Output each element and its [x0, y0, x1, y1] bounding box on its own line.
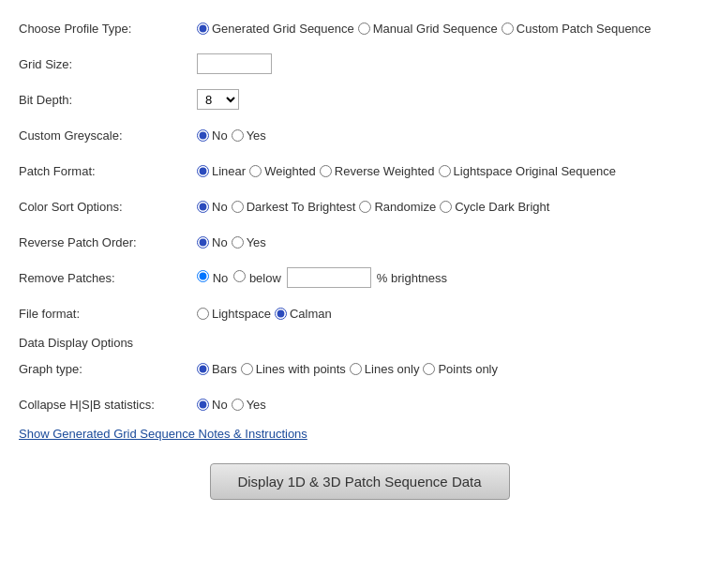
- remove-patches-below-radio[interactable]: [233, 270, 246, 282]
- graph-type-lines-points-label[interactable]: Lines with points: [241, 362, 346, 376]
- collapse-no-radio[interactable]: [197, 399, 209, 411]
- profile-type-generated-text: Generated Grid Sequence: [212, 22, 354, 36]
- greyscale-yes-radio[interactable]: [232, 129, 244, 142]
- color-sort-no-label[interactable]: No: [197, 200, 228, 214]
- notes-link-row: Show Generated Grid Sequence Notes & Ins…: [19, 427, 700, 441]
- greyscale-yes-label[interactable]: Yes: [232, 128, 266, 143]
- greyscale-no-radio[interactable]: [197, 129, 209, 142]
- graph-type-bars-label[interactable]: Bars: [197, 362, 237, 376]
- color-sort-no-text: No: [212, 200, 228, 214]
- patch-linear-text: Linear: [212, 164, 246, 178]
- profile-type-generated-label[interactable]: Generated Grid Sequence: [197, 22, 354, 36]
- remove-patches-percent-text: % brightness: [377, 271, 447, 285]
- color-sort-cycle-radio[interactable]: [440, 201, 452, 213]
- collapse-label: Collapse H|S|B statistics:: [19, 398, 197, 412]
- graph-type-lines-only-radio[interactable]: [350, 363, 362, 375]
- profile-type-manual-text: Manual Grid Sequence: [373, 22, 498, 36]
- patch-lightspace-label[interactable]: Lightspace Original Sequence: [439, 164, 616, 178]
- profile-type-manual-label[interactable]: Manual Grid Sequence: [358, 22, 498, 36]
- bit-depth-select[interactable]: 8 10 12 16: [197, 89, 239, 110]
- grid-size-row: Grid Size:: [19, 51, 700, 77]
- patch-weighted-label[interactable]: Weighted: [249, 164, 316, 178]
- patch-reverse-weighted-radio[interactable]: [320, 165, 332, 177]
- remove-patches-no-radio[interactable]: [197, 270, 209, 282]
- collapse-no-label[interactable]: No: [197, 398, 228, 412]
- display-button[interactable]: Display 1D & 3D Patch Sequence Data: [210, 463, 510, 500]
- profile-type-generated-radio[interactable]: [197, 23, 209, 35]
- profile-type-custom-radio[interactable]: [502, 23, 514, 35]
- file-format-row: File format: Lightspace Calman: [19, 300, 700, 326]
- patch-linear-radio[interactable]: [197, 165, 209, 177]
- notes-link[interactable]: Show Generated Grid Sequence Notes & Ins…: [19, 427, 307, 441]
- graph-type-row: Graph type: Bars Lines with points Lines…: [19, 355, 700, 382]
- grid-size-input[interactable]: [197, 53, 272, 74]
- file-format-calman-radio[interactable]: [275, 308, 287, 320]
- collapse-yes-text: Yes: [247, 398, 266, 412]
- file-format-lightspace-label[interactable]: Lightspace: [197, 307, 271, 321]
- remove-patches-value-input[interactable]: [287, 267, 371, 288]
- reverse-patch-no-text: No: [212, 235, 228, 249]
- collapse-row: Collapse H|S|B statistics: No Yes: [19, 391, 700, 417]
- graph-type-points-only-radio[interactable]: [423, 363, 435, 375]
- color-sort-cycle-text: Cycle Dark Bright: [455, 200, 549, 214]
- reverse-patch-yes-text: Yes: [247, 235, 266, 249]
- reverse-patch-yes-radio[interactable]: [232, 236, 244, 249]
- color-sort-cycle-label[interactable]: Cycle Dark Bright: [440, 200, 549, 214]
- file-format-controls: Lightspace Calman: [197, 307, 332, 321]
- patch-weighted-text: Weighted: [264, 164, 316, 178]
- file-format-calman-label[interactable]: Calman: [275, 307, 332, 321]
- remove-patches-controls: No below % brightness: [197, 267, 447, 288]
- color-sort-darkest-text: Darkest To Brightest: [247, 200, 356, 214]
- profile-type-manual-radio[interactable]: [358, 23, 370, 35]
- reverse-patch-no-label[interactable]: No: [197, 235, 228, 249]
- profile-type-label: Choose Profile Type:: [19, 22, 197, 36]
- patch-format-label: Patch Format:: [19, 164, 197, 178]
- collapse-yes-radio[interactable]: [232, 399, 244, 411]
- patch-format-controls: Linear Weighted Reverse Weighted Lightsp…: [197, 164, 616, 178]
- graph-type-lines-only-label[interactable]: Lines only: [350, 362, 420, 376]
- graph-type-lines-only-text: Lines only: [365, 362, 420, 376]
- graph-type-controls: Bars Lines with points Lines only Points…: [197, 362, 498, 376]
- remove-patches-no-label[interactable]: No: [197, 270, 228, 285]
- file-format-lightspace-radio[interactable]: [197, 308, 209, 320]
- collapse-controls: No Yes: [197, 398, 266, 412]
- patch-lightspace-text: Lightspace Original Sequence: [454, 164, 616, 178]
- remove-patches-row: Remove Patches: No below % brightness: [19, 264, 700, 291]
- color-sort-label: Color Sort Options:: [19, 200, 197, 214]
- graph-type-lines-points-radio[interactable]: [241, 363, 253, 375]
- collapse-yes-label[interactable]: Yes: [232, 398, 266, 412]
- profile-type-custom-label[interactable]: Custom Patch Sequence: [502, 22, 652, 36]
- reverse-patch-label: Reverse Patch Order:: [19, 235, 197, 249]
- color-sort-randomize-text: Randomize: [374, 200, 436, 214]
- color-sort-no-radio[interactable]: [197, 201, 209, 213]
- profile-type-controls: Generated Grid Sequence Manual Grid Sequ…: [197, 22, 652, 36]
- color-sort-randomize-radio[interactable]: [359, 201, 371, 213]
- color-sort-darkest-label[interactable]: Darkest To Brightest: [232, 200, 356, 214]
- reverse-patch-controls: No Yes: [197, 235, 266, 249]
- grid-size-controls: [197, 53, 272, 74]
- graph-type-bars-radio[interactable]: [197, 363, 209, 375]
- patch-weighted-radio[interactable]: [249, 165, 262, 177]
- grid-size-label: Grid Size:: [19, 57, 197, 71]
- reverse-patch-no-radio[interactable]: [197, 236, 209, 249]
- custom-greyscale-label: Custom Greyscale:: [19, 128, 197, 143]
- color-sort-randomize-label[interactable]: Randomize: [359, 200, 436, 214]
- remove-patches-below-text: below: [249, 271, 281, 285]
- collapse-no-text: No: [212, 398, 228, 412]
- reverse-patch-yes-label[interactable]: Yes: [232, 235, 266, 249]
- patch-reverse-weighted-text: Reverse Weighted: [335, 164, 435, 178]
- greyscale-no-label[interactable]: No: [197, 128, 228, 143]
- graph-type-points-only-label[interactable]: Points only: [423, 362, 498, 376]
- bit-depth-row: Bit Depth: 8 10 12 16: [19, 86, 700, 113]
- custom-greyscale-row: Custom Greyscale: No Yes: [19, 122, 700, 148]
- patch-linear-label[interactable]: Linear: [197, 164, 246, 178]
- bit-depth-label: Bit Depth:: [19, 93, 197, 107]
- file-format-lightspace-text: Lightspace: [212, 307, 271, 321]
- patch-lightspace-radio[interactable]: [439, 165, 451, 177]
- greyscale-no-text: No: [212, 128, 228, 143]
- remove-patches-below-label[interactable]: below: [233, 270, 281, 285]
- color-sort-darkest-radio[interactable]: [232, 201, 244, 213]
- profile-type-row: Choose Profile Type: Generated Grid Sequ…: [19, 15, 700, 41]
- graph-type-points-only-text: Points only: [438, 362, 498, 376]
- patch-reverse-weighted-label[interactable]: Reverse Weighted: [320, 164, 435, 178]
